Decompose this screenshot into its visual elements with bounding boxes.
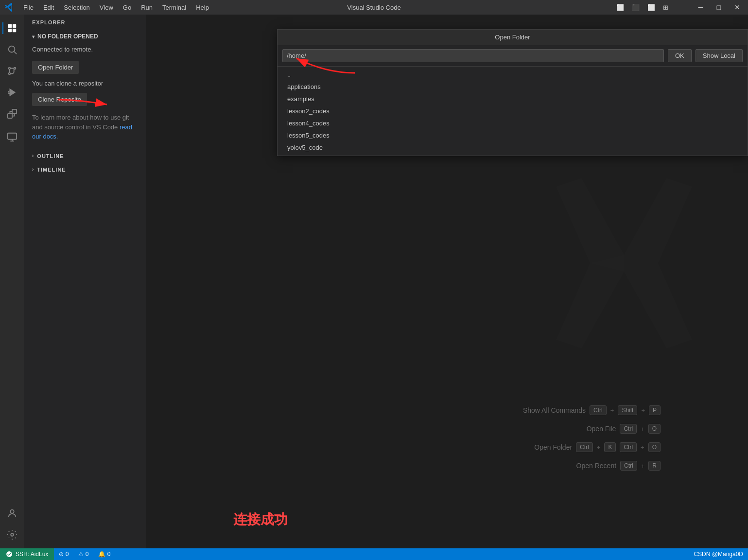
list-item-applications[interactable]: applications xyxy=(278,81,748,93)
main-layout: EXPLORER ▾ NO FOLDER OPENED Connected to… xyxy=(0,15,748,548)
remote-icon xyxy=(6,551,13,558)
status-bar: SSH: AidLux ⊘ 0 ⚠ 0 🔔 0 CSDN @Manga0D xyxy=(0,548,748,560)
svg-marker-9 xyxy=(10,88,16,97)
kbd-ctrl-1: Ctrl xyxy=(590,405,607,415)
app-title: Visual Studio Code xyxy=(347,4,400,11)
shortcut-show-all-commands: Show All Commands Ctrl + Shift + P xyxy=(523,405,661,415)
svg-rect-11 xyxy=(8,114,12,118)
sidebar-item-remote[interactable] xyxy=(2,127,22,147)
list-item-lesson4[interactable]: lesson4_codes xyxy=(278,117,748,129)
shortcut-open-file: Open File Ctrl + O xyxy=(587,424,661,434)
layout-icon4[interactable]: ⊞ xyxy=(663,4,668,11)
svg-rect-1 xyxy=(13,24,16,28)
layout-icon1[interactable]: ⬜ xyxy=(616,4,624,11)
sidebar-item-search[interactable] xyxy=(2,40,22,59)
menu-go[interactable]: Go xyxy=(119,3,135,12)
folder-path-input[interactable] xyxy=(282,49,664,62)
kbd-o-2: O xyxy=(648,442,661,452)
chevron-icon: ▾ xyxy=(32,34,35,39)
no-folder-label: NO FOLDER OPENED xyxy=(37,33,98,40)
title-bar: File Edit Selection View Go Run Terminal… xyxy=(0,0,748,15)
dialog-show-local-button[interactable]: Show Local xyxy=(696,49,743,62)
svg-rect-2 xyxy=(8,29,12,32)
vscode-logo-icon xyxy=(5,3,14,12)
svg-point-16 xyxy=(10,510,14,513)
kbd-ctrl-5: Ctrl xyxy=(620,461,637,471)
dialog-ok-button[interactable]: OK xyxy=(668,49,692,62)
sidebar-item-explorer[interactable] xyxy=(2,18,22,38)
menu-help[interactable]: Help xyxy=(192,3,213,12)
shortcut-open-folder: Open Folder Ctrl + K Ctrl + O xyxy=(534,442,661,452)
outline-chevron-icon: › xyxy=(32,153,34,158)
layout-icon3[interactable]: ⬜ xyxy=(647,4,655,11)
shortcuts-panel: Show All Commands Ctrl + Shift + P Open … xyxy=(523,405,661,471)
kbd-o-1: O xyxy=(648,424,661,434)
kbd-k: K xyxy=(604,442,616,452)
status-warnings[interactable]: ⚠ 0 xyxy=(73,548,93,560)
csdn-label: CSDN @Manga0D xyxy=(694,551,743,558)
timeline-label: TIMELINE xyxy=(37,167,66,173)
activity-bar-bottom xyxy=(2,504,22,544)
outline-label: OUTLINE xyxy=(37,153,64,159)
timeline-header[interactable]: › TIMELINE xyxy=(24,165,146,175)
outline-section: › OUTLINE xyxy=(24,149,146,163)
status-right: CSDN @Manga0D xyxy=(689,548,748,560)
status-notifications[interactable]: 🔔 0 xyxy=(93,548,115,560)
dialog-input-row: OK Show Local xyxy=(278,45,748,67)
svg-point-8 xyxy=(9,73,11,75)
title-bar-left: File Edit Selection View Go Run Terminal… xyxy=(5,3,213,12)
shortcut-label-open-folder: Open Folder xyxy=(534,443,572,451)
sidebar-git-description: To learn more about how to use git and s… xyxy=(24,108,146,146)
menu-bar: File Edit Selection View Go Run Terminal… xyxy=(19,3,213,12)
connected-remote-text: Connected to remote. xyxy=(24,42,146,57)
connected-success-label: 连接成功 xyxy=(233,510,288,529)
shortcut-label-open-file: Open File xyxy=(587,425,616,433)
svg-point-17 xyxy=(11,533,14,536)
kbd-ctrl-4: Ctrl xyxy=(620,442,637,452)
dialog-title: Open Folder xyxy=(278,30,748,45)
no-folder-header[interactable]: ▾ NO FOLDER OPENED xyxy=(24,31,146,42)
no-folder-section: ▾ NO FOLDER OPENED Connected to remote. … xyxy=(24,28,146,149)
open-folder-dialog: Open Folder OK Show Local .. application… xyxy=(277,29,748,156)
layout-icon2[interactable]: ⬛ xyxy=(632,4,640,11)
status-csdn[interactable]: CSDN @Manga0D xyxy=(689,548,748,560)
list-item-examples[interactable]: examples xyxy=(278,93,748,105)
timeline-section: › TIMELINE xyxy=(24,163,146,176)
account-icon[interactable] xyxy=(2,504,22,523)
svg-point-6 xyxy=(9,68,11,70)
menu-run[interactable]: Run xyxy=(137,3,157,12)
list-item-dotdot[interactable]: .. xyxy=(278,69,748,81)
shortcut-label-show-all: Show All Commands xyxy=(523,406,586,414)
error-count: ⊘ 0 xyxy=(59,551,69,558)
svg-rect-12 xyxy=(12,109,17,114)
kbd-ctrl-2: Ctrl xyxy=(620,424,637,434)
list-item-lesson2[interactable]: lesson2_codes xyxy=(278,105,748,117)
sidebar-item-run[interactable] xyxy=(2,83,22,102)
svg-rect-0 xyxy=(8,24,12,28)
menu-file[interactable]: File xyxy=(19,3,37,12)
outline-header[interactable]: › OUTLINE xyxy=(24,151,146,161)
status-errors[interactable]: ⊘ 0 xyxy=(54,548,73,560)
dialog-file-list: .. applications examples lesson2_codes l… xyxy=(278,67,748,156)
close-button[interactable]: ✕ xyxy=(731,2,743,12)
settings-icon[interactable] xyxy=(2,525,22,544)
sidebar-item-extensions[interactable] xyxy=(2,104,22,123)
timeline-chevron-icon: › xyxy=(32,167,34,172)
maximize-button[interactable]: □ xyxy=(714,2,724,12)
open-folder-button[interactable]: Open Folder xyxy=(32,61,79,74)
menu-view[interactable]: View xyxy=(96,3,117,12)
menu-edit[interactable]: Edit xyxy=(39,3,58,12)
activity-bar xyxy=(0,15,24,548)
menu-terminal[interactable]: Terminal xyxy=(158,3,190,12)
list-item-lesson5[interactable]: lesson5_codes xyxy=(278,129,748,141)
kbd-p: P xyxy=(649,405,661,415)
ssh-indicator[interactable]: SSH: AidLux xyxy=(0,548,54,560)
minimize-button[interactable]: ─ xyxy=(696,2,706,12)
sidebar-item-source-control[interactable] xyxy=(2,61,22,81)
notification-count: 🔔 0 xyxy=(98,551,110,558)
svg-point-4 xyxy=(9,46,15,52)
menu-selection[interactable]: Selection xyxy=(60,3,93,12)
svg-rect-3 xyxy=(13,29,16,32)
list-item-yolov5[interactable]: yolov5_code xyxy=(278,141,748,154)
clone-repo-button[interactable]: Clone Reposito xyxy=(32,93,87,106)
